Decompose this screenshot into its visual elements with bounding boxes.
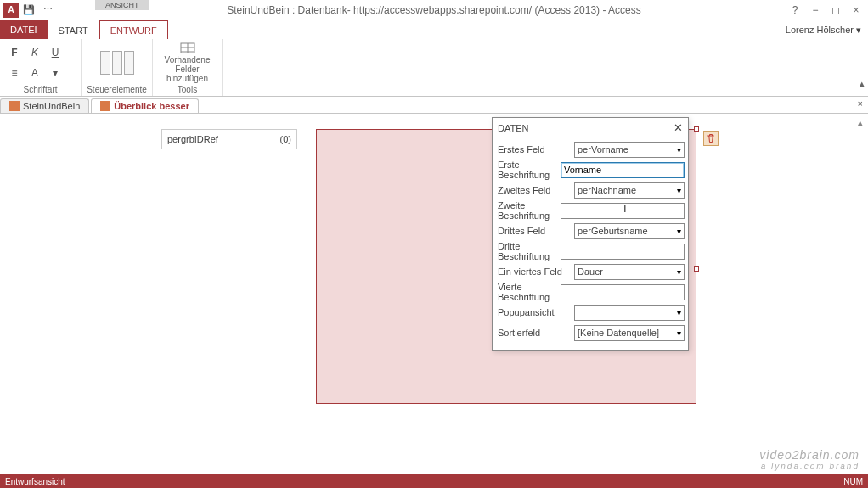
chevron-down-icon: ▾ bbox=[677, 267, 681, 277]
ribbon: F K U ≡ A ▾ Schriftart Steuerelemente Vo… bbox=[0, 39, 868, 97]
save-button[interactable]: 💾 bbox=[20, 2, 37, 19]
first-field-select[interactable]: perVorname▾ bbox=[574, 142, 685, 158]
design-surface: ▴ pergrbIDRef (0) DATEN ✕ Erstes Feld pe… bbox=[0, 114, 868, 474]
fourth-field-select[interactable]: Dauer▾ bbox=[574, 264, 685, 280]
field-label: Sortierfeld bbox=[496, 328, 574, 338]
quick-access-toolbar: A 💾 ⋯ bbox=[0, 2, 56, 19]
delete-button[interactable] bbox=[703, 131, 719, 146]
third-caption-input[interactable] bbox=[561, 244, 685, 260]
data-panel: DATEN ✕ Erstes Feld perVorname▾ Erste Be… bbox=[492, 117, 689, 351]
app-icon[interactable]: A bbox=[3, 3, 19, 18]
align-button[interactable]: ≡ bbox=[5, 64, 24, 82]
group-controls: Steuerelemente bbox=[82, 39, 153, 96]
restore-button[interactable]: ◻ bbox=[827, 2, 844, 19]
add-existing-fields-button[interactable]: Vorhandene Felder hinzufügen bbox=[162, 42, 213, 83]
group-controls-label: Steuerelemente bbox=[87, 85, 147, 94]
scroll-up-button[interactable]: ▴ bbox=[854, 117, 866, 129]
minimize-button[interactable]: − bbox=[807, 2, 824, 19]
chevron-down-icon: ▾ bbox=[677, 308, 681, 317]
field-label: Zweite Beschriftung bbox=[496, 200, 561, 221]
font-more-button[interactable]: ▾ bbox=[46, 64, 65, 82]
file-tab[interactable]: DATEI bbox=[0, 20, 48, 39]
help-button[interactable]: ? bbox=[786, 2, 803, 19]
popup-view-select[interactable]: ▾ bbox=[574, 305, 685, 321]
field-reference-box[interactable]: pergrbIDRef (0) bbox=[161, 129, 297, 149]
field-name: pergrbIDRef bbox=[167, 134, 218, 144]
title-bar: A 💾 ⋯ ANSICHT SteinUndBein : Datenbank- … bbox=[0, 0, 868, 20]
field-label: Zweites Feld bbox=[496, 185, 574, 195]
third-field-select[interactable]: perGeburtsname▾ bbox=[574, 223, 685, 239]
group-tools: Vorhandene Felder hinzufügen Tools bbox=[153, 39, 223, 96]
account-menu[interactable]: Lorenz Hölscher ▾ bbox=[786, 20, 861, 39]
ribbon-tabs: DATEI START ENTWURF Lorenz Hölscher ▾ bbox=[0, 20, 868, 39]
italic-button[interactable]: K bbox=[25, 43, 44, 62]
panel-close-button[interactable]: ✕ bbox=[674, 121, 683, 134]
chevron-down-icon: ▾ bbox=[677, 145, 681, 154]
add-existing-fields-label: Vorhandene Felder hinzufügen bbox=[162, 55, 213, 83]
object-tabs: SteinUndBein Überblick besser × bbox=[0, 97, 868, 114]
collapse-ribbon-button[interactable]: ▴ bbox=[860, 78, 865, 89]
panel-title: DATEN bbox=[498, 123, 528, 133]
start-tab[interactable]: START bbox=[48, 20, 99, 39]
group-font: F K U ≡ A ▾ Schriftart bbox=[0, 39, 82, 96]
close-tab-button[interactable]: × bbox=[858, 98, 863, 109]
table-icon bbox=[9, 101, 20, 111]
bold-button[interactable]: F bbox=[5, 43, 24, 62]
chevron-down-icon: ▾ bbox=[677, 227, 681, 236]
table-icon bbox=[180, 42, 195, 53]
tab-ueberblick-besser[interactable]: Überblick besser bbox=[91, 98, 199, 113]
field-label: Erste Beschriftung bbox=[496, 160, 561, 180]
status-bar: Entwurfsansicht NUM bbox=[0, 474, 868, 488]
controls-gallery[interactable] bbox=[100, 51, 134, 75]
sort-field-select[interactable]: [Keine Datenquelle]▾ bbox=[574, 325, 685, 341]
chevron-down-icon: ▾ bbox=[677, 186, 681, 195]
user-name: Lorenz Hölscher bbox=[786, 25, 854, 35]
tab-steinundbein[interactable]: SteinUndBein bbox=[0, 98, 89, 113]
field-label: Popupansicht bbox=[496, 307, 574, 317]
group-font-label: Schriftart bbox=[5, 85, 76, 94]
trash-icon bbox=[706, 133, 716, 143]
field-label: Erstes Feld bbox=[496, 144, 574, 154]
close-button[interactable]: × bbox=[848, 2, 865, 19]
fourth-caption-input[interactable] bbox=[561, 284, 685, 300]
qat-more-button[interactable]: ⋯ bbox=[39, 2, 56, 19]
group-tools-label: Tools bbox=[158, 85, 217, 94]
field-label: Ein viertes Feld bbox=[496, 266, 574, 277]
field-label: Vierte Beschriftung bbox=[496, 282, 561, 302]
second-field-select[interactable]: perNachname▾ bbox=[574, 182, 685, 199]
underline-button[interactable]: U bbox=[46, 43, 65, 62]
tab-label: Überblick besser bbox=[114, 101, 189, 111]
contextual-tab-label: ANSICHT bbox=[95, 0, 149, 10]
field-label: Drittes Feld bbox=[496, 226, 574, 236]
tab-label: SteinUndBein bbox=[23, 101, 80, 111]
status-left: Entwurfsansicht bbox=[5, 477, 65, 486]
chevron-down-icon: ▾ bbox=[677, 328, 681, 338]
chevron-down-icon: ▾ bbox=[856, 25, 861, 36]
field-label: Dritte Beschriftung bbox=[496, 241, 561, 261]
first-caption-input[interactable] bbox=[561, 162, 685, 178]
status-right: NUM bbox=[843, 477, 863, 486]
window-controls: ? − ◻ × bbox=[786, 0, 865, 20]
entwurf-tab[interactable]: ENTWURF bbox=[99, 20, 168, 39]
field-count: (0) bbox=[280, 134, 291, 144]
form-icon bbox=[100, 101, 110, 111]
second-caption-input[interactable] bbox=[561, 203, 685, 219]
font-color-button[interactable]: A bbox=[25, 64, 44, 82]
